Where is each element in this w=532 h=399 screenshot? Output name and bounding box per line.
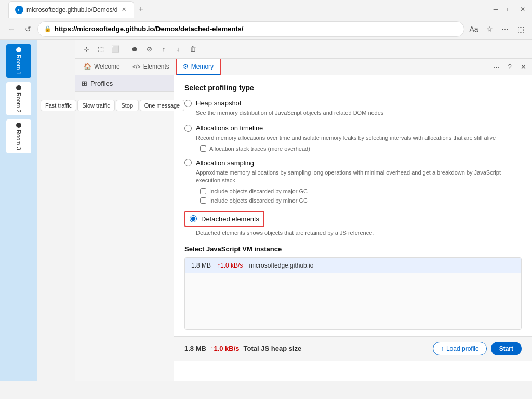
tab-favicon: e — [15, 6, 23, 14]
slow-traffic-button[interactable]: Slow traffic — [77, 100, 115, 111]
room-label: Room 1 — [16, 55, 22, 75]
instance-row[interactable]: 1.8 MB ↑1.0 kB/s microsoftedge.github.io — [185, 258, 521, 273]
screencast-button[interactable]: ⬜ — [109, 43, 122, 56]
tab-close-button[interactable]: ✕ — [121, 5, 127, 14]
profiles-icon: ⊞ — [82, 79, 87, 87]
title-bar: e microsoftedge.github.io/Demos/d ✕ + ─ … — [0, 0, 532, 19]
lock-icon: 🔒 — [44, 25, 51, 32]
close-button[interactable]: ✕ — [517, 4, 528, 15]
stop-record-button[interactable]: ⊘ — [142, 43, 156, 56]
devtools-help-button[interactable]: ? — [503, 60, 516, 74]
minimize-button[interactable]: ─ — [490, 4, 501, 15]
alloc-traces-label[interactable]: Allocation stack traces (more overhead) — [209, 145, 310, 152]
device-toolbar-button[interactable]: ⬚ — [94, 43, 108, 56]
traffic-controls: Fast traffic Slow traffic Stop One messa… — [41, 100, 184, 111]
more-button[interactable]: ⋯ — [498, 22, 512, 36]
minor-gc-checkbox[interactable] — [200, 197, 206, 204]
reader-view-button[interactable]: Aa — [467, 22, 481, 36]
devtools-more-button[interactable]: ⋯ — [489, 60, 503, 74]
alloc-traces-checkbox[interactable] — [200, 145, 206, 152]
detached-elements-row: Detached elements — [184, 211, 264, 227]
devtools-toggle-button[interactable]: ⬚ — [513, 22, 528, 36]
devtools-tabs: 🏠 Welcome </> Elements ⚙ Memory ⋯ ? ✕ — [75, 59, 532, 75]
heap-snapshot-row: Heap snapshot — [184, 99, 522, 107]
instance-size: 1.8 MB — [191, 262, 211, 269]
allocation-sampling-option: Allocation sampling Approximate memory a… — [184, 159, 522, 204]
tab-welcome[interactable]: 🏠 Welcome — [77, 59, 126, 75]
profiling-area: ⊞ Profiles Select profiling type Heap sn… — [75, 75, 532, 381]
allocation-sampling-radio[interactable] — [184, 159, 192, 166]
memory-tab-wrapper: ⚙ Memory — [176, 59, 221, 75]
upload-icon: ↑ — [441, 345, 444, 352]
elements-label: Elements — [143, 63, 169, 70]
profiling-content: Select profiling type Heap snapshot See … — [174, 75, 532, 381]
allocation-sampling-label[interactable]: Allocation sampling — [196, 159, 254, 167]
back-button[interactable]: ← — [4, 22, 19, 36]
allocation-sampling-desc: Approximate memory allocations by sampli… — [196, 169, 522, 185]
devtools-toolbar: ⊹ ⬚ ⬜ ⏺ ⊘ ↑ ↓ 🗑 — [75, 40, 532, 59]
nav-right-buttons: Aa ☆ ⋯ ⬚ — [467, 22, 528, 36]
room-button-room3[interactable]: Room 3 — [6, 119, 31, 153]
allocations-timeline-desc: Record memory allocations over time and … — [196, 134, 522, 142]
stop-button[interactable]: Stop — [116, 100, 139, 111]
detached-elements-label[interactable]: Detached elements — [201, 215, 259, 223]
delete-button[interactable]: 🗑 — [186, 43, 200, 56]
refresh-button[interactable]: ↺ — [21, 22, 35, 36]
window-controls: ─ □ ✕ — [490, 4, 528, 15]
alloc-traces-sub-option: Allocation stack traces (more overhead) — [200, 145, 522, 152]
heap-mb: 1.8 MB — [184, 344, 206, 352]
section-title: Select profiling type — [184, 84, 522, 92]
heap-snapshot-option: Heap snapshot See the memory distributio… — [184, 99, 522, 117]
major-gc-checkbox[interactable] — [200, 188, 206, 194]
browser-tab[interactable]: e microsoftedge.github.io/Demos/d ✕ — [8, 1, 134, 18]
heap-snapshot-desc: See the memory distribution of JavaScrip… — [196, 109, 522, 117]
address-bar[interactable]: 🔒 https://microsoftedge.github.io/Demos/… — [37, 21, 464, 37]
allocations-timeline-row: Allocations on timeline — [184, 124, 522, 132]
room-label: Room 2 — [16, 92, 22, 113]
load-profile-label: Load profile — [446, 345, 479, 352]
heap-label: Total JS heap size — [244, 344, 302, 352]
fast-traffic-button[interactable]: Fast traffic — [41, 100, 76, 111]
favorites-button[interactable]: ☆ — [482, 22, 497, 36]
action-buttons: ↑ Load profile Start — [433, 342, 522, 355]
room-dot — [16, 123, 21, 128]
devtools-close-button[interactable]: ✕ — [516, 60, 530, 74]
inspect-button[interactable]: ⊹ — [79, 43, 93, 56]
filter-button[interactable]: ↓ — [171, 43, 185, 56]
tab-memory[interactable]: ⚙ Memory — [177, 59, 220, 75]
detached-elements-option: Detached elements Detached elements show… — [184, 211, 522, 237]
maximize-button[interactable]: □ — [504, 4, 514, 15]
detached-elements-desc: Detached elements shows objects that are… — [196, 229, 522, 237]
new-tab-button[interactable]: + — [134, 3, 147, 16]
elements-icon: </> — [132, 63, 141, 70]
room-button-room2[interactable]: Room 2 — [6, 82, 31, 116]
demo-sidebar: Room 1Room 2Room 3 — [0, 40, 37, 381]
nav-bar: ← ↺ 🔒 https://microsoftedge.github.io/De… — [0, 19, 532, 39]
js-instance-box[interactable]: 1.8 MB ↑1.0 kB/s microsoftedge.github.io — [184, 257, 522, 330]
minor-gc-label[interactable]: Include objects discarded by minor GC — [209, 197, 308, 204]
js-instance-section: Select JavaScript VM instance 1.8 MB ↑1.… — [184, 245, 522, 330]
devtools-panel: ⊹ ⬚ ⬜ ⏺ ⊘ ↑ ↓ 🗑 🏠 Welcome </> Elements ⚙ — [75, 40, 532, 381]
main-area: Room 1Room 2Room 3 Fast traffic Slow tra… — [0, 40, 532, 381]
room-button-room1[interactable]: Room 1 — [6, 44, 31, 78]
heap-snapshot-radio[interactable] — [184, 100, 192, 107]
allocations-timeline-radio[interactable] — [184, 125, 192, 132]
minor-gc-sub-option: Include objects discarded by minor GC — [200, 197, 522, 204]
welcome-icon: 🏠 — [84, 63, 91, 70]
tab-elements[interactable]: </> Elements — [126, 59, 176, 75]
instance-url: microsoftedge.github.io — [249, 262, 313, 269]
profiles-label: Profiles — [90, 79, 113, 87]
detached-elements-radio[interactable] — [190, 215, 197, 222]
major-gc-label[interactable]: Include objects discarded by major GC — [209, 188, 308, 194]
heap-snapshot-label[interactable]: Heap snapshot — [196, 99, 241, 107]
profiles-sidebar: ⊞ Profiles — [75, 75, 174, 381]
start-button[interactable]: Start — [491, 342, 522, 355]
room-dot — [16, 47, 21, 52]
clear-button[interactable]: ↑ — [157, 43, 170, 56]
welcome-label: Welcome — [94, 63, 120, 70]
major-gc-sub-option: Include objects discarded by major GC — [200, 188, 522, 194]
allocations-timeline-label[interactable]: Allocations on timeline — [196, 124, 263, 132]
record-button[interactable]: ⏺ — [128, 43, 141, 56]
one-message-button[interactable]: One message — [140, 100, 184, 111]
load-profile-button[interactable]: ↑ Load profile — [433, 342, 487, 355]
